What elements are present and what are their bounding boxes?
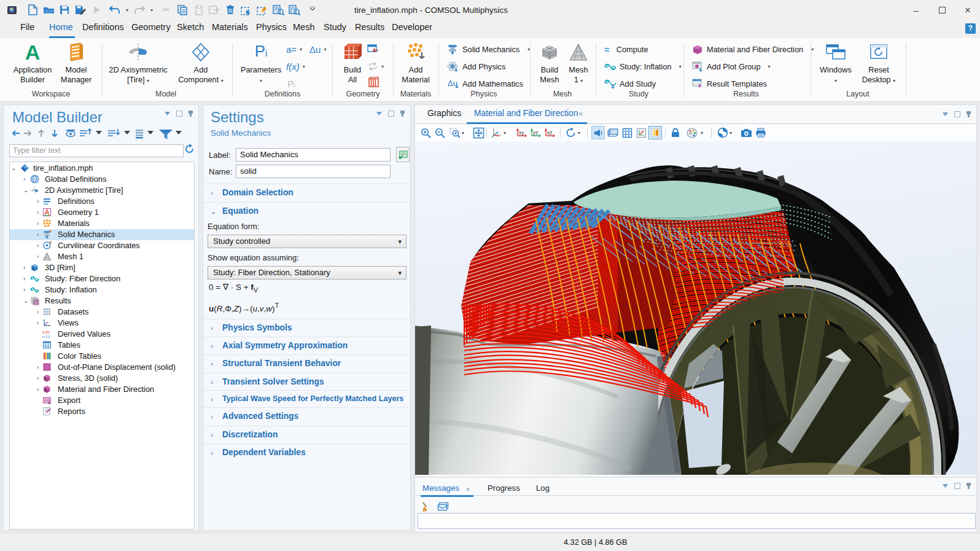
svg-text:xz: xz xyxy=(547,130,553,136)
svg-text:xy: xy xyxy=(519,130,524,136)
svg-text:e-12: e-12 xyxy=(42,335,50,338)
svg-text:8.85: 8.85 xyxy=(42,330,50,334)
svg-text:yz: yz xyxy=(533,130,539,136)
